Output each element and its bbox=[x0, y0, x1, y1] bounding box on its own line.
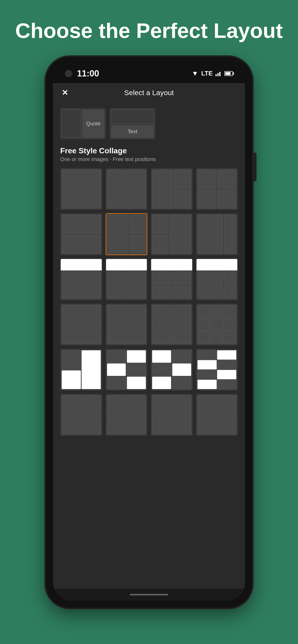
layout-white-top-1[interactable] bbox=[60, 258, 102, 300]
wifi-icon: ▼ bbox=[192, 70, 198, 78]
layout-text[interactable]: Text bbox=[110, 108, 155, 139]
page-title: Choose the Perfect Layout bbox=[1, 19, 297, 42]
layout-mix3[interactable] bbox=[151, 349, 193, 391]
signal-icon bbox=[215, 71, 221, 76]
layout-mix4[interactable] bbox=[196, 349, 238, 391]
text-label: Text bbox=[128, 128, 137, 135]
layout-single[interactable] bbox=[60, 168, 102, 210]
layout-white-top-4[interactable] bbox=[196, 258, 238, 300]
layout-grid bbox=[53, 164, 245, 440]
scroll-content[interactable]: Quote Text Free Style Collage One or mor… bbox=[53, 102, 245, 589]
battery-icon bbox=[224, 71, 233, 76]
camera-icon bbox=[65, 70, 72, 77]
status-bar: 11:00 ▼ LTE bbox=[53, 64, 245, 83]
layout-mosaic4[interactable] bbox=[196, 394, 238, 436]
layout-mix2[interactable] bbox=[106, 349, 147, 391]
layout-white-top-3[interactable] bbox=[151, 258, 193, 300]
section-heading: Free Style Collage One or more images · … bbox=[53, 144, 245, 164]
layout-2x2[interactable] bbox=[196, 168, 238, 210]
layout-white-top-2[interactable] bbox=[106, 258, 147, 300]
home-indicator bbox=[53, 589, 245, 601]
layout-3row[interactable] bbox=[60, 304, 102, 346]
layout-3col[interactable] bbox=[196, 213, 238, 255]
lte-label: LTE bbox=[201, 70, 213, 77]
layout-2row[interactable] bbox=[60, 213, 102, 255]
layout-2col[interactable] bbox=[106, 168, 147, 210]
layout-right1-left2[interactable] bbox=[151, 213, 193, 255]
quote-label: Quote bbox=[86, 120, 100, 127]
layout-2x3[interactable] bbox=[151, 304, 193, 346]
phone-device: 11:00 ▼ LTE ✕ Select a Layout bbox=[46, 57, 252, 608]
layout-mosaic3[interactable] bbox=[151, 394, 193, 436]
layout-selected[interactable] bbox=[106, 213, 147, 255]
layout-4row[interactable] bbox=[106, 304, 147, 346]
top-layouts-row: Quote Text bbox=[53, 102, 245, 144]
section-subtitle: One or more images · Free text positions bbox=[60, 156, 238, 162]
layout-mosaic2[interactable] bbox=[106, 394, 147, 436]
close-button[interactable]: ✕ bbox=[62, 88, 68, 97]
header-title: Select a Layout bbox=[124, 89, 174, 97]
layout-mosaic1[interactable] bbox=[60, 394, 102, 436]
layout-3x3[interactable] bbox=[196, 304, 238, 346]
home-bar bbox=[130, 594, 168, 595]
layout-left-right2[interactable] bbox=[151, 168, 193, 210]
layout-mix1[interactable] bbox=[60, 349, 102, 391]
app-header: ✕ Select a Layout bbox=[53, 83, 245, 102]
time-display: 11:00 bbox=[77, 68, 99, 78]
layout-quote[interactable]: Quote bbox=[60, 108, 106, 139]
section-title: Free Style Collage bbox=[60, 146, 238, 155]
